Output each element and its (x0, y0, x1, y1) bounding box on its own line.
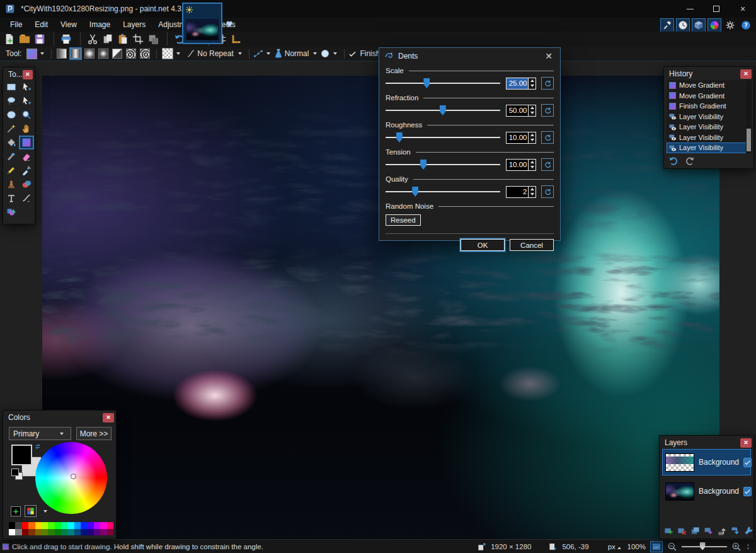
palette-swatch[interactable] (88, 529, 94, 536)
spinner-down-icon[interactable] (529, 137, 536, 143)
open-button[interactable] (18, 32, 32, 46)
layer-properties-button[interactable] (742, 525, 754, 537)
reset-button[interactable] (541, 131, 554, 144)
palette-menu-button[interactable] (25, 505, 37, 517)
tool-text[interactable] (4, 191, 19, 205)
color-target-select[interactable]: Primary (9, 427, 71, 440)
palette-swatch[interactable] (74, 522, 81, 529)
menu-item[interactable]: Image (83, 18, 117, 31)
slider-thumb[interactable] (420, 160, 427, 170)
tool-rectangle-select[interactable] (4, 80, 19, 94)
donate-heart-icon[interactable] (225, 20, 234, 28)
slider-track[interactable] (386, 83, 500, 84)
spinner-down-icon[interactable] (529, 110, 536, 116)
palette-swatch[interactable] (9, 522, 15, 529)
palette-swatch[interactable] (67, 529, 74, 536)
slider[interactable] (386, 159, 500, 170)
add-layer-button[interactable] (663, 525, 675, 537)
value-box[interactable]: 10.00 (506, 159, 537, 171)
palette-swatch[interactable] (61, 522, 67, 529)
value-text[interactable]: 25.00 (507, 78, 529, 89)
slider[interactable] (386, 105, 500, 116)
blend-mode-value[interactable]: Normal (285, 49, 309, 58)
print-button[interactable] (54, 32, 73, 46)
more-button[interactable]: More >> (76, 427, 112, 440)
colors-window-toggle[interactable] (707, 18, 721, 32)
tool-magic-wand[interactable] (4, 122, 19, 136)
slider-thumb[interactable] (440, 105, 446, 115)
spinner-down-icon[interactable] (529, 192, 536, 197)
history-panel-close-button[interactable]: ✕ (740, 69, 752, 79)
duplicate-layer-button[interactable] (689, 525, 701, 537)
palette-swatch[interactable] (61, 529, 67, 536)
value-box[interactable]: 2 (506, 186, 537, 198)
slider-track[interactable] (386, 137, 500, 138)
antialiasing-icon[interactable] (320, 49, 330, 59)
tool-move-selection[interactable] (19, 94, 34, 108)
palette-swatch[interactable] (100, 522, 106, 529)
merge-down-button[interactable] (702, 525, 714, 537)
tools-window-toggle[interactable] (660, 18, 674, 32)
default-colors-swatch[interactable] (11, 469, 19, 476)
slider-track[interactable] (386, 191, 500, 192)
gradient-linear-button[interactable] (55, 47, 68, 60)
history-redo-button[interactable] (685, 156, 695, 166)
tool-eraser[interactable] (19, 149, 34, 163)
palette-swatch[interactable] (67, 522, 74, 529)
slider[interactable] (386, 186, 500, 197)
palette-dropdown-arrow-icon[interactable] (43, 510, 47, 513)
palette-swatch[interactable] (35, 529, 42, 536)
reset-button[interactable] (541, 158, 554, 171)
palette-swatch[interactable] (107, 529, 113, 536)
tool-recolor[interactable] (19, 177, 34, 191)
settings-button[interactable] (723, 18, 737, 32)
gradient-radial-button[interactable] (83, 47, 96, 60)
spinner[interactable] (528, 105, 536, 116)
spinner[interactable] (528, 160, 536, 170)
layer-row[interactable]: Background (662, 449, 751, 475)
antialiasing-dropdown-arrow-icon[interactable] (333, 52, 337, 55)
fill-style-dropdown-arrow-icon[interactable] (176, 52, 180, 55)
palette-swatch[interactable] (81, 522, 87, 529)
value-box[interactable]: 50.00 (506, 105, 537, 117)
color-wheel-selector[interactable] (71, 474, 76, 479)
history-scrollbar[interactable] (746, 80, 752, 153)
value-text[interactable]: 10.00 (507, 132, 529, 143)
layer-visibility-checkbox[interactable] (743, 458, 752, 467)
interpolation-dropdown-arrow-icon[interactable] (266, 52, 270, 55)
dents-dialog-close-button[interactable]: ✕ (543, 51, 554, 61)
history-item[interactable]: Layer Visibility (667, 122, 747, 132)
finish-button[interactable]: Finish (348, 49, 380, 58)
value-text[interactable]: 10.00 (507, 160, 529, 170)
palette-swatch[interactable] (81, 529, 87, 536)
tool-line-curve[interactable] (19, 191, 34, 205)
color-wheel[interactable] (35, 442, 107, 514)
swap-colors-icon[interactable] (34, 443, 42, 451)
units-select[interactable]: px (608, 543, 621, 550)
palette-swatch[interactable] (15, 522, 21, 529)
value-text[interactable]: 50.00 (507, 105, 529, 116)
palette-swatch[interactable] (35, 522, 42, 529)
primary-color-swatch[interactable] (11, 445, 32, 465)
menu-item[interactable]: View (54, 18, 83, 31)
gradient-box-button[interactable] (97, 47, 110, 60)
palette-swatch[interactable] (94, 522, 100, 529)
tool-dropdown-arrow-icon[interactable] (40, 52, 44, 55)
palette-swatch[interactable] (94, 529, 100, 536)
maximize-button[interactable] (703, 0, 730, 18)
repeat-mode-dropdown-arrow-icon[interactable] (238, 52, 242, 55)
history-item[interactable]: Layer Visibility (667, 112, 747, 122)
tool-color-picker[interactable] (19, 163, 34, 177)
history-window-toggle[interactable] (676, 18, 690, 32)
zoom-slider[interactable] (682, 542, 727, 551)
spinner-down-icon[interactable] (529, 165, 536, 170)
rulers-toggle[interactable] (229, 32, 243, 46)
help-button[interactable] (739, 18, 753, 32)
palette-swatch[interactable] (100, 529, 106, 536)
tool-pan[interactable] (19, 122, 34, 136)
move-layer-up-button[interactable] (716, 525, 728, 537)
copy-button[interactable] (101, 32, 115, 46)
minimize-button[interactable] (677, 0, 703, 18)
value-box[interactable]: 25.00 (506, 78, 537, 90)
interpolation-icon[interactable] (253, 49, 263, 59)
